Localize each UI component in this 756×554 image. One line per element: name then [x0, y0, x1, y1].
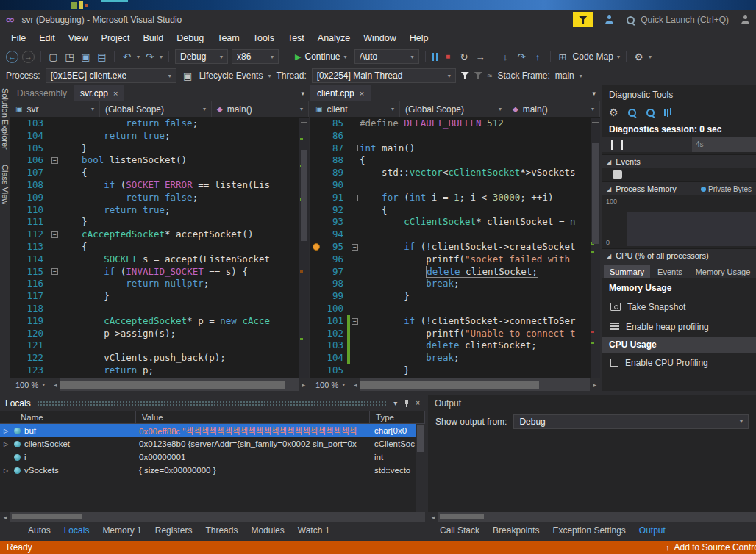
glyph-margin[interactable]: [310, 204, 322, 217]
fold-column[interactable]: [350, 229, 360, 241]
fold-column[interactable]: [350, 364, 360, 377]
tab-modules[interactable]: Modules: [245, 523, 290, 538]
zoom-in-icon[interactable]: [627, 108, 637, 118]
open-file-icon[interactable]: ◳: [63, 52, 76, 62]
menu-item-view[interactable]: View: [62, 29, 95, 47]
new-file-icon[interactable]: ▢: [47, 52, 60, 62]
glyph-margin[interactable]: [310, 130, 322, 143]
step-out-icon[interactable]: ↑: [532, 52, 544, 62]
fold-column[interactable]: [50, 118, 60, 130]
enable-heap-profiling-button[interactable]: Enable heap profiling: [602, 317, 756, 337]
tab-output[interactable]: Output: [633, 523, 671, 538]
glyph-margin[interactable]: [10, 339, 22, 352]
navigate-forward-icon[interactable]: →: [22, 51, 35, 63]
fold-column[interactable]: [350, 204, 360, 217]
glyph-margin[interactable]: [10, 216, 22, 229]
close-icon[interactable]: ×: [360, 89, 364, 98]
fold-column[interactable]: [350, 253, 360, 266]
zoom-reset-icon[interactable]: [646, 108, 655, 118]
type-scope-combo[interactable]: (Global Scope) ▾: [100, 101, 212, 117]
glyph-margin[interactable]: [310, 266, 322, 278]
menu-item-analyze[interactable]: Analyze: [311, 29, 357, 47]
tab-memory-usage[interactable]: Memory Usage: [690, 265, 756, 278]
glyph-margin[interactable]: [10, 204, 22, 217]
process-memory-section-header[interactable]: ◢ Process Memory Private Bytes: [602, 181, 756, 195]
locals-row-vsockets[interactable]: ▷vSockets{ size=0x00000000 }std::vecto: [0, 464, 425, 477]
column-header-value[interactable]: Value: [136, 411, 370, 423]
tab-events[interactable]: Events: [652, 265, 688, 278]
continue-button[interactable]: ▶ Continue ▾: [291, 51, 351, 62]
redo-dropdown-icon[interactable]: ▾: [160, 54, 163, 60]
menu-item-test[interactable]: Test: [281, 29, 311, 47]
zoom-combo[interactable]: 100 % ▾: [10, 381, 50, 389]
save-all-icon[interactable]: ▤: [96, 52, 108, 62]
fold-collapse-icon[interactable]: −: [51, 231, 58, 238]
glyph-margin[interactable]: [310, 339, 322, 352]
output-content[interactable]: [428, 431, 756, 512]
side-tab-class-view[interactable]: Class View: [1, 165, 10, 204]
filter-button[interactable]: [573, 12, 593, 27]
glyph-margin[interactable]: [310, 352, 322, 364]
undo-dropdown-icon[interactable]: ▾: [137, 54, 140, 60]
locals-row-clientsocket[interactable]: ▷clientSocket0x0123e8b0 {serverAddr={sin…: [0, 437, 425, 450]
glyph-margin[interactable]: [310, 328, 322, 340]
code-editor-svr[interactable]: 103 return false;104 return true;105 }10…: [10, 118, 309, 378]
menu-item-edit[interactable]: Edit: [32, 29, 62, 47]
scrollbar-thumb[interactable]: [360, 381, 539, 389]
fold-column[interactable]: [350, 118, 360, 130]
fold-column[interactable]: [50, 130, 60, 143]
glyph-margin[interactable]: [10, 303, 22, 315]
scroll-left-icon[interactable]: ◂: [428, 514, 438, 521]
scrollbar-thumb[interactable]: [12, 514, 82, 519]
member-combo[interactable]: ◆ main() ▾: [212, 101, 309, 117]
type-scope-combo[interactable]: (Global Scope) ▾: [400, 101, 507, 117]
split-grip-icon[interactable]: [592, 120, 599, 123]
glyph-margin[interactable]: [10, 352, 22, 364]
menu-item-debug[interactable]: Debug: [170, 29, 210, 47]
debug-target-combo[interactable]: Auto▾: [354, 49, 419, 64]
chevron-down-icon[interactable]: ▾: [649, 54, 652, 60]
locals-row-i[interactable]: i0x00000001int: [0, 450, 425, 464]
tool-options-icon[interactable]: ⚙: [632, 52, 645, 62]
fold-column[interactable]: [350, 167, 360, 179]
stack-frame-combo[interactable]: main: [555, 71, 574, 81]
glyph-margin[interactable]: [10, 315, 22, 328]
fold-column[interactable]: [350, 328, 360, 340]
fold-column[interactable]: [50, 315, 60, 328]
fold-column[interactable]: [50, 241, 60, 253]
lifecycle-events-button[interactable]: Lifecycle Events: [199, 71, 263, 81]
scrollbar-thumb[interactable]: [417, 425, 424, 452]
events-section-header[interactable]: ◢ Events: [602, 154, 756, 168]
close-icon[interactable]: ×: [113, 89, 118, 98]
side-tab-solution-explorer[interactable]: Solution Explorer: [1, 88, 10, 150]
tab-registers[interactable]: Registers: [149, 523, 199, 538]
glyph-margin[interactable]: [10, 253, 22, 266]
glyph-margin[interactable]: [310, 143, 322, 155]
output-horizontal-scrollbar[interactable]: ◂: [428, 512, 756, 522]
fold-column[interactable]: [50, 290, 60, 303]
chevron-down-icon[interactable]: ▾: [617, 54, 620, 60]
menu-item-window[interactable]: Window: [357, 29, 402, 47]
split-grip-icon[interactable]: [301, 120, 307, 123]
fold-column[interactable]: [50, 364, 60, 377]
scrollbar-track[interactable]: [10, 512, 425, 522]
fold-column[interactable]: −: [350, 143, 360, 155]
fold-collapse-icon[interactable]: −: [352, 195, 358, 201]
enable-cpu-profiling-button[interactable]: Enable CPU Profiling: [602, 353, 756, 373]
fold-collapse-icon[interactable]: −: [352, 244, 358, 251]
glyph-margin[interactable]: [310, 253, 322, 266]
drag-handle[interactable]: [37, 400, 388, 407]
window-position-icon[interactable]: ▾: [393, 399, 397, 407]
scrollbar-thumb[interactable]: [592, 143, 599, 244]
glyph-margin[interactable]: [10, 278, 22, 290]
expander-icon[interactable]: ▷: [4, 467, 10, 474]
fold-column[interactable]: [50, 204, 60, 217]
step-into-icon[interactable]: ↓: [499, 52, 512, 62]
feedback-person-icon[interactable]: [605, 15, 614, 24]
tab-svr-cpp[interactable]: svr.cpp×: [74, 85, 124, 101]
fold-column[interactable]: [50, 303, 60, 315]
output-source-combo[interactable]: Debug ▾: [513, 414, 749, 429]
glyph-margin[interactable]: [10, 229, 22, 241]
fold-column[interactable]: [50, 143, 60, 155]
filter-flagged-icon[interactable]: [474, 72, 482, 79]
